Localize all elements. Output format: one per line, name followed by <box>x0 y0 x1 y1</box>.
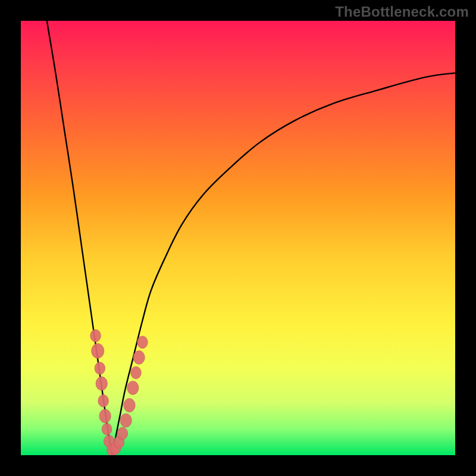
watermark-text: TheBottleneck.com <box>335 4 469 20</box>
marker-dot <box>98 394 109 407</box>
marker-dot <box>133 350 145 364</box>
marker-dot <box>120 414 131 427</box>
marker-dot <box>124 399 135 412</box>
marker-dot <box>117 427 128 440</box>
marker-dot <box>90 330 101 342</box>
plot-area <box>21 21 455 455</box>
marker-dot <box>137 336 148 349</box>
marker-dot <box>92 343 104 358</box>
marker-dot <box>102 423 112 435</box>
marker-dot <box>95 362 105 375</box>
marker-dot <box>127 381 139 394</box>
marker-dot <box>99 409 111 423</box>
chart-svg <box>21 21 455 455</box>
marker-dot <box>96 377 107 390</box>
chart-frame: TheBottleneck.com <box>0 0 476 476</box>
marker-dot <box>131 367 142 379</box>
